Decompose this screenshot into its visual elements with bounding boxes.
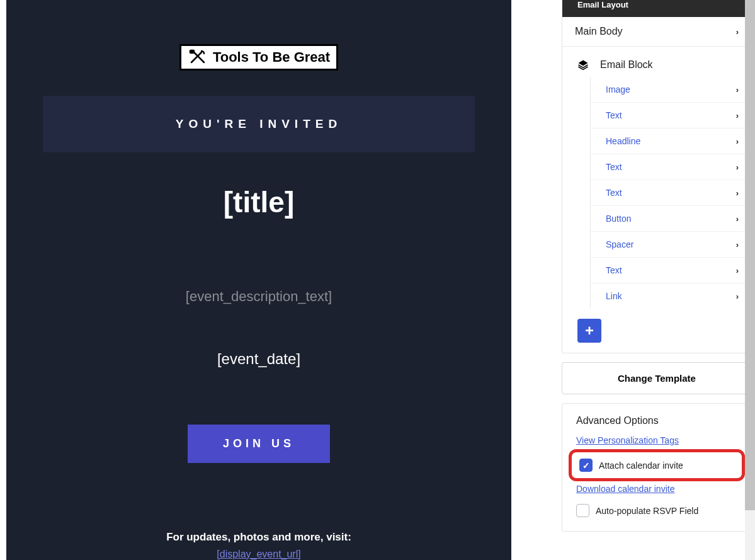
footer-link[interactable]: [display_event_url] <box>217 549 300 560</box>
description-placeholder: [event_description_text] <box>186 289 332 305</box>
email-layout-header: Email Layout <box>562 0 751 17</box>
email-block-list: Image› Text› Headline› Text› Text› Butto… <box>590 77 751 309</box>
auto-rsvp-label: Auto-populate RSVP Field <box>596 506 698 516</box>
advanced-options-panel: Advanced Options View Personalization Ta… <box>562 403 752 532</box>
title-placeholder: [title] <box>224 185 294 219</box>
main-body-label: Main Body <box>575 26 623 37</box>
logo: Tools To Be Great <box>179 44 338 71</box>
block-item-spacer[interactable]: Spacer› <box>591 232 751 258</box>
auto-rsvp-checkbox[interactable] <box>576 504 589 517</box>
chevron-right-icon: › <box>736 137 739 146</box>
chevron-right-icon: › <box>736 292 739 301</box>
chevron-right-icon: › <box>736 266 739 275</box>
svg-rect-0 <box>190 50 194 53</box>
attach-calendar-row[interactable]: Attach calendar invite <box>579 459 734 472</box>
plus-icon: + <box>585 322 594 340</box>
join-us-button[interactable]: JOIN US <box>188 425 330 463</box>
email-preview-area: Tools To Be Great YOU'RE INVITED [title]… <box>0 0 550 560</box>
attach-calendar-label: Attach calendar invite <box>599 460 683 471</box>
block-item-text[interactable]: Text› <box>591 103 751 129</box>
email-block-label: Email Block <box>600 59 653 71</box>
block-item-text[interactable]: Text› <box>591 180 751 206</box>
chevron-right-icon: › <box>736 188 739 198</box>
email-preview: Tools To Be Great YOU'RE INVITED [title]… <box>6 0 511 560</box>
block-item-text[interactable]: Text› <box>591 258 751 283</box>
auto-rsvp-row[interactable]: Auto-populate RSVP Field <box>576 504 737 517</box>
sidebar-scrollbar[interactable] <box>745 0 755 560</box>
chevron-right-icon: › <box>736 27 739 37</box>
logo-text: Tools To Be Great <box>213 49 330 66</box>
view-personalization-tags-link[interactable]: View Personalization Tags <box>576 435 737 445</box>
block-item-text[interactable]: Text› <box>591 154 751 180</box>
advanced-options-title: Advanced Options <box>576 415 737 426</box>
scrollbar-thumb[interactable] <box>745 0 755 510</box>
invited-banner: YOU'RE INVITED <box>43 96 475 152</box>
chevron-right-icon: › <box>736 214 739 224</box>
email-layout-panel: Email Layout Main Body › Email Block Ima… <box>562 0 752 353</box>
footer-text: For updates, photos and more, visit: <box>166 531 351 544</box>
block-item-link[interactable]: Link› <box>591 283 751 309</box>
tools-icon <box>188 49 208 66</box>
chevron-right-icon: › <box>736 85 739 94</box>
event-date-placeholder: [event_date] <box>217 350 300 368</box>
chevron-right-icon: › <box>736 240 739 249</box>
main-body-row[interactable]: Main Body › <box>562 17 751 47</box>
block-item-button[interactable]: Button› <box>591 206 751 232</box>
settings-sidebar: Email Layout Main Body › Email Block Ima… <box>550 0 755 560</box>
download-calendar-link[interactable]: Download calendar invite <box>576 484 737 494</box>
block-item-image[interactable]: Image› <box>591 77 751 103</box>
attach-calendar-highlight: Attach calendar invite <box>569 449 745 481</box>
add-block-button[interactable]: + <box>577 319 601 343</box>
chevron-right-icon: › <box>736 111 739 120</box>
attach-calendar-checkbox[interactable] <box>579 459 593 472</box>
layers-icon <box>577 59 589 71</box>
block-item-headline[interactable]: Headline› <box>591 129 751 154</box>
chevron-right-icon: › <box>736 163 739 172</box>
email-block-header: Email Block <box>562 47 751 77</box>
change-template-button[interactable]: Change Template <box>562 362 752 394</box>
